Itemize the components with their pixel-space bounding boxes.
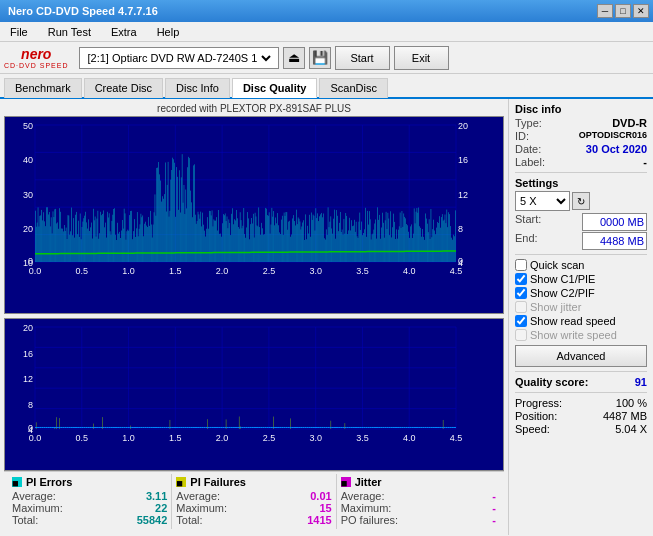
show-read-speed-row: Show read speed xyxy=(515,315,647,327)
pi-failures-avg-row: Average: 0.01 xyxy=(176,490,331,502)
pi-errors-title: PI Errors xyxy=(26,476,72,488)
pi-errors-block: ■ PI Errors Average: 3.11 Maximum: 22 To… xyxy=(8,474,172,529)
disc-type-value: DVD-R xyxy=(612,117,647,129)
stats-bar: ■ PI Errors Average: 3.11 Maximum: 22 To… xyxy=(4,471,504,531)
divider-4 xyxy=(515,392,647,393)
jitter-block: ■ Jitter Average: - Maximum: - PO failur… xyxy=(337,474,500,529)
menu-file[interactable]: File xyxy=(4,24,34,40)
end-input[interactable] xyxy=(582,232,647,250)
pi-failures-header: ■ PI Failures xyxy=(176,476,331,488)
jitter-avg-row: Average: - xyxy=(341,490,496,502)
advanced-button[interactable]: Advanced xyxy=(515,345,647,367)
right-panel: Disc info Type: DVD-R ID: OPTODISCR016 D… xyxy=(508,99,653,535)
pi-failures-max-label: Maximum: xyxy=(176,502,227,514)
menu-help[interactable]: Help xyxy=(151,24,186,40)
show-c2-pif-label: Show C2/PIF xyxy=(530,287,595,299)
nero-brand: nero xyxy=(21,46,51,62)
pi-failures-avg-label: Average: xyxy=(176,490,220,502)
jitter-po-row: PO failures: - xyxy=(341,514,496,526)
disc-info-title: Disc info xyxy=(515,103,647,115)
pi-errors-max-label: Maximum: xyxy=(12,502,63,514)
start-button[interactable]: Start xyxy=(335,46,390,70)
exit-button[interactable]: Exit xyxy=(394,46,449,70)
quick-scan-row: Quick scan xyxy=(515,259,647,271)
menu-run-test[interactable]: Run Test xyxy=(42,24,97,40)
show-c2-pif-row: Show C2/PIF xyxy=(515,287,647,299)
maximize-button[interactable]: □ xyxy=(615,4,631,18)
disc-label-label: Label: xyxy=(515,156,545,168)
pi-failures-total-label: Total: xyxy=(176,514,202,526)
pi-failures-title: PI Failures xyxy=(190,476,246,488)
tab-benchmark[interactable]: Benchmark xyxy=(4,78,82,98)
jitter-header: ■ Jitter xyxy=(341,476,496,488)
show-c1-pie-row: Show C1/PIE xyxy=(515,273,647,285)
position-value: 4487 MB xyxy=(603,410,647,422)
eject-icon[interactable]: ⏏ xyxy=(283,47,305,69)
refresh-icon[interactable]: ↻ xyxy=(572,192,590,210)
disc-type-row: Type: DVD-R xyxy=(515,117,647,129)
progress-section: Progress: 100 % Position: 4487 MB Speed:… xyxy=(515,397,647,435)
show-read-speed-checkbox[interactable] xyxy=(515,315,527,327)
title-bar: Nero CD-DVD Speed 4.7.7.16 ─ □ ✕ xyxy=(0,0,653,22)
jitter-title: Jitter xyxy=(355,476,382,488)
show-c1-pie-checkbox[interactable] xyxy=(515,273,527,285)
show-write-speed-row: Show write speed xyxy=(515,329,647,341)
speed-row: Speed: 5.04 X xyxy=(515,423,647,435)
progress-label: Progress: xyxy=(515,397,562,409)
start-input[interactable] xyxy=(582,213,647,231)
disc-date-value: 30 Oct 2020 xyxy=(586,143,647,155)
lower-chart xyxy=(4,318,504,471)
save-icon[interactable]: 💾 xyxy=(309,47,331,69)
tab-create-disc[interactable]: Create Disc xyxy=(84,78,163,98)
pi-failures-total-row: Total: 1415 xyxy=(176,514,331,526)
tab-scan-disc[interactable]: ScanDisc xyxy=(319,78,387,98)
pi-errors-total-label: Total: xyxy=(12,514,38,526)
drive-selector[interactable]: [2:1] Optiarc DVD RW AD-7240S 1.04 xyxy=(79,47,279,69)
show-read-speed-label: Show read speed xyxy=(530,315,616,327)
show-jitter-row: Show jitter xyxy=(515,301,647,313)
progress-value: 100 % xyxy=(616,397,647,409)
jitter-max-label: Maximum: xyxy=(341,502,392,514)
pi-failures-max-row: Maximum: 15 xyxy=(176,502,331,514)
disc-id-value: OPTODISCR016 xyxy=(579,130,647,142)
close-button[interactable]: ✕ xyxy=(633,4,649,18)
divider-1 xyxy=(515,172,647,173)
menu-bar: File Run Test Extra Help xyxy=(0,22,653,42)
jitter-avg-value: - xyxy=(492,490,496,502)
disc-label-value: - xyxy=(643,156,647,168)
position-row: Position: 4487 MB xyxy=(515,410,647,422)
drive-dropdown[interactable]: [2:1] Optiarc DVD RW AD-7240S 1.04 xyxy=(84,51,274,65)
chart-title: recorded with PLEXTOR PX-891SAF PLUS xyxy=(4,103,504,114)
show-write-speed-label: Show write speed xyxy=(530,329,617,341)
pi-errors-avg-value: 3.11 xyxy=(146,490,167,502)
menu-extra[interactable]: Extra xyxy=(105,24,143,40)
minimize-button[interactable]: ─ xyxy=(597,4,613,18)
app-title: Nero CD-DVD Speed 4.7.7.16 xyxy=(4,5,158,17)
charts-area: recorded with PLEXTOR PX-891SAF PLUS ■ P… xyxy=(0,99,508,535)
show-jitter-label: Show jitter xyxy=(530,301,581,313)
jitter-max-row: Maximum: - xyxy=(341,502,496,514)
end-row: End: xyxy=(515,232,647,250)
settings-title: Settings xyxy=(515,177,647,189)
speed-setting-row: 5 X ↻ xyxy=(515,191,647,211)
upper-chart xyxy=(4,116,504,314)
tab-disc-info[interactable]: Disc Info xyxy=(165,78,230,98)
speed-label: Speed: xyxy=(515,423,550,435)
speed-select[interactable]: 5 X xyxy=(515,191,570,211)
show-c2-pif-checkbox[interactable] xyxy=(515,287,527,299)
pi-failures-total-value: 1415 xyxy=(307,514,331,526)
speed-value: 5.04 X xyxy=(615,423,647,435)
pi-failures-dot: ■ xyxy=(176,477,186,487)
disc-label-row: Label: - xyxy=(515,156,647,168)
disc-id-label: ID: xyxy=(515,130,529,142)
jitter-max-value: - xyxy=(492,502,496,514)
tab-disc-quality[interactable]: Disc Quality xyxy=(232,78,318,98)
jitter-po-label: PO failures: xyxy=(341,514,398,526)
pi-errors-max-value: 22 xyxy=(155,502,167,514)
jitter-dot: ■ xyxy=(341,477,351,487)
disc-date-row: Date: 30 Oct 2020 xyxy=(515,143,647,155)
disc-date-label: Date: xyxy=(515,143,541,155)
quick-scan-checkbox[interactable] xyxy=(515,259,527,271)
quality-score-label: Quality score: xyxy=(515,376,588,388)
nero-logo: nero CD·DVD SPEED xyxy=(4,46,69,69)
